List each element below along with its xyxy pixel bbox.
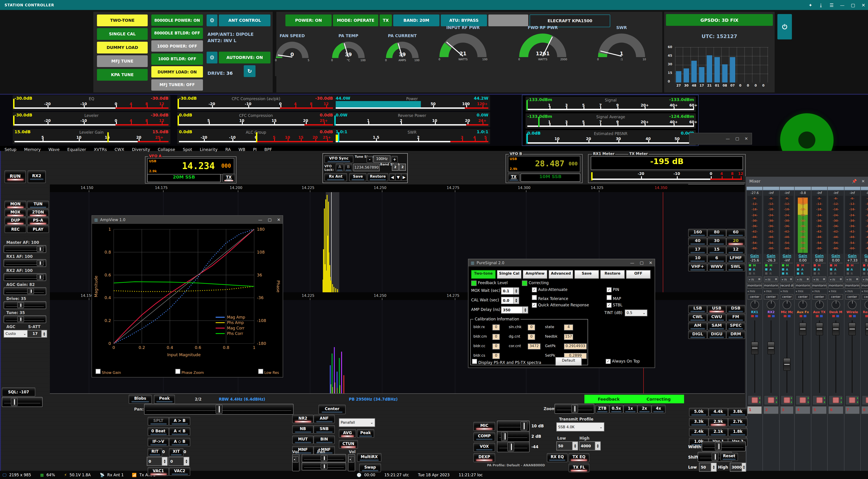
slider-handle[interactable] <box>715 442 722 450</box>
band-20[interactable]: 20 <box>726 237 745 246</box>
maximize-icon[interactable]: ▢ <box>735 137 739 141</box>
menu-item-wave[interactable]: Wave <box>49 147 60 152</box>
mar-row[interactable]: M <box>828 263 844 267</box>
slider-handle[interactable] <box>320 463 327 470</box>
pan-knob[interactable] <box>795 300 811 310</box>
slider-handle[interactable] <box>215 405 222 414</box>
ampview-titlebar[interactable]: ▥ AmpView 1.0 —▢✕ <box>92 216 283 224</box>
device-button-3[interactable]: 100D BTLDR: OFF <box>151 53 203 65</box>
mar-row[interactable]: M <box>795 263 811 267</box>
mar-row[interactable]: M <box>747 263 763 267</box>
vfo-b-mode[interactable]: USB <box>510 157 517 161</box>
split-a-b[interactable]: A > B <box>169 417 190 425</box>
mode-fm[interactable]: FM <box>726 313 745 322</box>
mic-button[interactable]: MIC <box>473 422 495 431</box>
mon-button[interactable]: MON <box>4 201 26 208</box>
status-power-on[interactable]: POWER: ON <box>285 14 332 26</box>
gain-value[interactable]: 0.00 <box>813 258 826 263</box>
avg-button[interactable]: AVG <box>339 429 356 438</box>
vfo-b-frequency-hz[interactable]: 000 <box>568 161 578 167</box>
center-button[interactable]: Center <box>318 405 346 414</box>
download-icon[interactable]: ⭳ <box>818 2 823 7</box>
vfo-a-frequency-hz[interactable]: 000 <box>221 163 231 169</box>
mar-row[interactable]: A <box>779 267 795 271</box>
arrow-right-button[interactable]: ▶ <box>401 173 407 181</box>
mar-row[interactable]: A <box>763 267 779 271</box>
vfo-b-tx-button[interactable]: TX <box>508 173 520 182</box>
route-select[interactable]: monitorin <box>861 283 868 289</box>
band-60[interactable]: 60 <box>726 229 745 237</box>
fader-area[interactable] <box>763 319 779 395</box>
status-blank[interactable] <box>488 14 528 26</box>
slider-handle[interactable] <box>11 398 18 406</box>
pan-knob[interactable] <box>844 300 860 310</box>
ps-field-cal-wait-sec-[interactable]: 0.0▲▼ <box>501 297 519 304</box>
fader-area[interactable] <box>828 319 844 395</box>
route-select[interactable]: monitorin <box>845 283 860 289</box>
dup-button[interactable]: DUP <box>4 217 26 225</box>
fader-area[interactable] <box>844 319 860 395</box>
band-12[interactable]: 12 <box>726 246 745 254</box>
mar-row[interactable]: R <box>844 271 860 275</box>
mute-button[interactable] <box>747 395 762 405</box>
channel-tab[interactable]: 1 <box>747 406 762 414</box>
vfo-b-bandwidth[interactable]: 2.9k <box>510 167 517 171</box>
mar-row[interactable]: R <box>779 271 795 275</box>
peak-display-button[interactable]: Peak <box>357 429 374 438</box>
mar-row[interactable]: M <box>763 263 779 267</box>
power-button[interactable]: ⏻ <box>777 14 792 39</box>
ps-button-single-cal[interactable]: Single Cal <box>497 270 521 279</box>
dsp-nb[interactable]: NB <box>292 425 313 434</box>
peak-button[interactable]: Peak <box>154 395 175 404</box>
channel-tab[interactable]: 7 <box>845 406 860 414</box>
slider-rx2-af[interactable] <box>4 273 46 281</box>
menu-item-spot[interactable]: Spot <box>183 147 192 152</box>
menu-item-wb[interactable]: WB <box>239 147 245 152</box>
gain-value[interactable]: +7.33 <box>845 258 859 263</box>
mute-button[interactable] <box>812 395 827 405</box>
vac2-button[interactable]: VAC2 <box>169 467 190 476</box>
mixer-titlebar[interactable]: Mixer 📌✕ <box>746 177 868 186</box>
mode-sam[interactable]: SAM <box>707 322 726 330</box>
pan-select[interactable]: ▾ PAN <box>812 290 827 294</box>
filter-2-7k[interactable]: 2.7k <box>728 418 747 426</box>
band-30[interactable]: 30 <box>707 237 726 246</box>
vfo-a-tx-button[interactable]: TX <box>222 174 235 182</box>
band-15[interactable]: 15 <box>707 246 726 254</box>
pan-value[interactable]: center <box>747 294 762 300</box>
pan-select[interactable]: ▾ PAN <box>845 290 859 294</box>
pan-value[interactable]: center <box>812 294 827 300</box>
zoom-slider[interactable] <box>555 404 594 414</box>
tun-button[interactable]: TUN <box>27 201 49 208</box>
ps-check-quick-attenuate-response[interactable]: ✓ Quick Attenuate Response <box>532 303 589 308</box>
filter-2-9k[interactable]: 2.9k <box>709 418 728 426</box>
fader-handle[interactable] <box>768 342 775 354</box>
comp-slider[interactable] <box>497 431 530 442</box>
mode-usb[interactable]: USB <box>707 305 726 313</box>
rx2-button[interactable]: RX2 <box>28 170 46 183</box>
slider-handle[interactable] <box>571 405 578 413</box>
zoom-2x-button[interactable]: 2x <box>638 405 651 413</box>
minimize-icon[interactable]: — <box>630 261 634 265</box>
minimize-icon[interactable]: — <box>726 137 730 141</box>
mar-row[interactable]: A <box>844 267 860 271</box>
channel-tab[interactable]: 3 <box>780 406 794 414</box>
gain-value[interactable]: -26.3 <box>765 258 778 263</box>
pan-select[interactable]: ▾ PAN <box>780 290 794 294</box>
channel-tab[interactable]: 8 <box>861 406 868 414</box>
cpu-status[interactable]: 64% <box>46 473 55 477</box>
mode-drm[interactable]: DRM <box>726 331 745 339</box>
slider-tune[interactable] <box>4 316 46 323</box>
vol-slider-2[interactable] <box>348 454 355 471</box>
maximize-icon[interactable]: ▢ <box>268 217 272 222</box>
menu-item-xvtrs[interactable]: XVTRs <box>94 147 107 152</box>
tune-step-value[interactable]: 100Hz <box>373 155 391 163</box>
slider-handle[interactable] <box>17 302 24 308</box>
star-icon[interactable]: ✦ <box>809 2 812 7</box>
rx-ant-button[interactable]: Rx Ant <box>324 173 347 181</box>
fader-handle[interactable] <box>751 342 758 354</box>
pan-value[interactable]: center <box>780 294 794 300</box>
refresh-icon[interactable]: ↻ <box>244 65 255 77</box>
vfo-a-mode[interactable]: USB <box>149 159 156 163</box>
band-17[interactable]: 17 <box>688 246 707 254</box>
